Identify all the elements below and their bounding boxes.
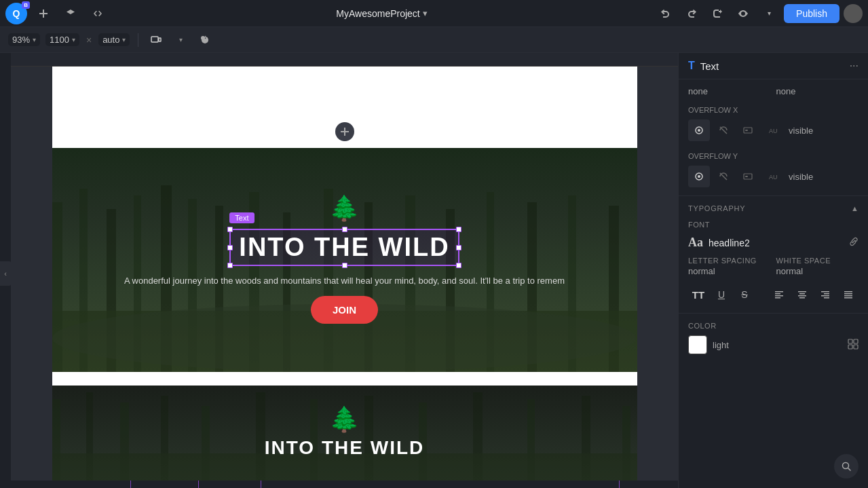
handle-tl	[227, 227, 233, 232]
add-button[interactable]	[33, 3, 54, 24]
font-name: headline2	[709, 238, 844, 248]
typography-section-header[interactable]: TYPOGRAPHY ▲	[679, 199, 868, 218]
align-right-button[interactable]	[815, 284, 835, 305]
preview-dropdown[interactable]: ▾	[758, 3, 780, 24]
handle-br	[456, 263, 461, 268]
project-chevron[interactable]: ▾	[423, 8, 428, 18]
format-underline-button[interactable]: U	[711, 284, 732, 305]
format-row: TT U S	[679, 282, 868, 310]
overflow-y-section: Overflow Y AU visible	[679, 147, 868, 193]
redo-button[interactable]	[681, 3, 702, 24]
color-label: Color	[688, 322, 858, 330]
add-section-button[interactable]	[335, 122, 354, 141]
overflow-y-auto-icon[interactable]: AU	[761, 166, 783, 187]
app-logo[interactable]: Q B	[5, 3, 27, 24]
svg-rect-64	[844, 297, 852, 299]
section-subtitle: A wonderful journey into the woods and m…	[124, 274, 565, 288]
section-1[interactable]: 🌲 Text INTO THE WILD	[52, 148, 637, 372]
svg-rect-51	[775, 295, 783, 297]
device-dropdown[interactable]: ▾	[171, 31, 190, 50]
canvas-area[interactable]: 🌲 Text INTO THE WILD	[11, 53, 678, 481]
left-nav-arrow[interactable]: ‹	[0, 261, 12, 286]
code-button[interactable]	[87, 3, 109, 24]
svg-rect-63	[844, 295, 852, 297]
color-section: Color light	[679, 316, 868, 360]
svg-rect-55	[798, 295, 806, 297]
svg-rect-3	[159, 38, 161, 41]
panel-menu[interactable]: ···	[850, 60, 858, 72]
svg-point-40	[698, 129, 700, 132]
overflow-x-visible-icon[interactable]	[688, 119, 710, 141]
color-name: light	[713, 340, 729, 350]
handle-bm	[342, 263, 347, 268]
layers-button[interactable]	[60, 3, 81, 24]
section-2[interactable]: 🌲 INTO THE WILD	[52, 386, 637, 481]
join-button[interactable]: JOIN	[311, 296, 378, 324]
width-control[interactable]: 1100 ▾	[45, 33, 79, 46]
overflow-x-auto-icon[interactable]: AU	[761, 119, 783, 141]
left-nav: ‹	[0, 53, 11, 488]
text-badge: Text	[229, 212, 254, 223]
svg-text:AU: AU	[769, 128, 777, 134]
overflow-x-hidden-icon[interactable]	[713, 119, 734, 141]
svg-rect-62	[844, 293, 852, 295]
svg-rect-53	[798, 291, 806, 293]
avatar[interactable]	[844, 4, 863, 23]
align-left-button[interactable]	[769, 284, 789, 305]
tree-icon-2: 🌲	[329, 407, 360, 432]
overflow-y-visible-icon[interactable]	[688, 166, 710, 187]
handle-tr	[456, 227, 461, 232]
overflow-x-value: visible	[789, 126, 813, 136]
handle-bl	[227, 263, 233, 268]
refresh-button[interactable]	[195, 31, 214, 50]
svg-rect-54	[799, 293, 805, 295]
overflow-x-label: Overflow X	[688, 106, 858, 114]
overflow-x-scroll-icon[interactable]	[737, 119, 759, 141]
format-bold-button[interactable]: TT	[688, 284, 709, 305]
logo-letter: Q	[13, 8, 20, 19]
svg-rect-58	[824, 293, 829, 295]
color-swatch[interactable]	[688, 335, 707, 354]
width-value: 1100	[50, 35, 69, 45]
device-toggle[interactable]	[147, 31, 166, 50]
selected-text-wrapper: Text INTO THE WILD	[229, 229, 459, 266]
panel-header: T Text ···	[679, 53, 868, 79]
overflow-y-hidden-icon[interactable]	[713, 166, 734, 187]
canvas-content: 🌲 Text INTO THE WILD	[11, 67, 678, 481]
undo-button[interactable]	[655, 3, 677, 24]
font-section-label: Font	[679, 218, 868, 231]
color-grid-icon[interactable]	[848, 339, 858, 352]
svg-rect-61	[844, 291, 852, 293]
preview-button[interactable]	[732, 3, 754, 24]
section-content: 🌲 Text INTO THE WILD	[52, 148, 637, 372]
svg-rect-49	[775, 291, 783, 293]
svg-rect-52	[775, 297, 780, 299]
project-name[interactable]: MyAwesomeProject	[336, 8, 419, 19]
topbar-right: ▾ Publish	[655, 3, 863, 24]
section-gap	[52, 372, 637, 386]
svg-rect-57	[821, 291, 829, 293]
headline-text[interactable]: INTO THE WILD	[229, 229, 459, 266]
divider-2	[679, 313, 868, 314]
topbar: Q B MyAwesomeProject ▾ ▾ Publish	[0, 0, 868, 27]
zoom-control[interactable]: 93% ▾	[8, 33, 40, 46]
overflow-y-scroll-icon[interactable]	[737, 166, 759, 187]
project-name-area: MyAwesomeProject ▾	[114, 8, 649, 19]
font-link-icon[interactable]	[849, 237, 858, 248]
panel-type-icon: T	[688, 60, 695, 72]
typography-collapse-icon: ▲	[851, 204, 858, 212]
section2-headline: INTO THE WILD	[265, 437, 424, 459]
tree-icon-1: 🌲	[329, 196, 360, 221]
align-center-button[interactable]	[792, 284, 812, 305]
overflow-y-value: visible	[789, 172, 813, 182]
search-floating-button[interactable]	[834, 454, 858, 478]
align-justify-button[interactable]	[838, 284, 858, 305]
right-panel: T Text ··· none none Overflow X	[678, 53, 868, 488]
share-button[interactable]	[706, 3, 728, 24]
publish-button[interactable]: Publish	[784, 4, 839, 23]
typography-label: TYPOGRAPHY	[688, 204, 745, 212]
height-control[interactable]: auto ▾	[98, 33, 130, 46]
svg-rect-2	[151, 37, 158, 42]
letter-spacing-value: normal	[688, 266, 771, 276]
format-strikethrough-button[interactable]: S	[734, 284, 755, 305]
